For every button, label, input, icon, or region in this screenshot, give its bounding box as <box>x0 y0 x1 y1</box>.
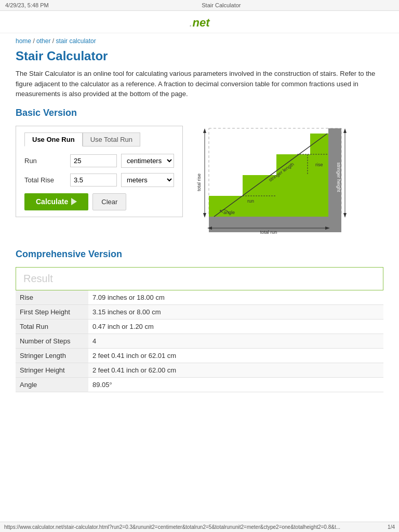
result-label-cell: Stringer Height <box>16 363 88 377</box>
tab-one-run[interactable]: Use One Run <box>24 132 83 147</box>
result-box: Result <box>16 267 383 290</box>
calculator-box: Use One Run Use Total Run Run centimeter… <box>16 126 183 217</box>
result-label-cell: Stringer Length <box>16 348 88 363</box>
main-content: home / other / stair calculator Stair Ca… <box>7 33 392 403</box>
breadcrumb-home[interactable]: home <box>16 37 31 45</box>
tab-row: Use One Run Use Total Run <box>24 132 174 147</box>
run-unit-select[interactable]: centimeters inches feet meters <box>121 154 174 168</box>
comprehensive-section: Comprehensive Version Result Rise 7.09 i… <box>16 249 383 392</box>
result-value-cell: 2 feet 0.41 inch or 62.00 cm <box>88 363 383 377</box>
logo-net: net <box>193 16 210 29</box>
rise-input-row: Total Rise centimeters inches feet meter… <box>24 173 174 187</box>
result-label-cell: Number of Steps <box>16 334 88 348</box>
datetime: 4/29/23, 5:48 PM <box>5 2 49 8</box>
result-value-cell: 7.09 inches or 18.00 cm <box>88 290 383 305</box>
run-input-row: Run centimeters inches feet meters <box>24 154 174 168</box>
result-label-cell: Total Run <box>16 319 88 334</box>
page-description: The Stair Calculator is an online tool f… <box>16 69 383 99</box>
rise-unit-select[interactable]: centimeters inches feet meters <box>121 173 174 187</box>
table-row: Angle 89.05° <box>16 377 383 392</box>
svg-text:↖: ↖ <box>219 208 223 214</box>
result-value-cell: 4 <box>88 334 383 348</box>
svg-text:rise: rise <box>315 162 323 167</box>
svg-text:total run: total run <box>260 230 277 235</box>
result-label-cell: Rise <box>16 290 88 305</box>
comprehensive-version-title: Comprehensive Version <box>16 249 383 262</box>
result-value-cell: 2 feet 0.41 inch or 62.01 cm <box>88 348 383 363</box>
play-icon <box>71 198 77 205</box>
table-row: Rise 7.09 inches or 18.00 cm <box>16 290 383 305</box>
basic-version-layout: Use One Run Use Total Run Run centimeter… <box>16 126 383 236</box>
basic-version-title: Basic Version <box>16 108 383 121</box>
result-value-cell: 0.47 inch or 1.20 cm <box>88 319 383 334</box>
svg-text:stringer height: stringer height <box>336 162 341 192</box>
breadcrumb-other[interactable]: other <box>36 37 50 45</box>
table-row: Total Run 0.47 inch or 1.20 cm <box>16 319 383 334</box>
result-label-cell: First Step Height <box>16 304 88 319</box>
tab-title: Stair Calculator <box>49 2 394 8</box>
clear-button[interactable]: Clear <box>92 193 126 210</box>
svg-text:run: run <box>247 198 254 204</box>
svg-text:total rise: total rise <box>196 173 202 191</box>
stair-diagram: total rise stringer height total run ris… <box>193 126 383 236</box>
rise-input[interactable] <box>70 174 117 187</box>
calculate-button[interactable]: Calculate <box>24 193 88 210</box>
result-value-cell: 89.05° <box>88 377 383 392</box>
rise-label: Total Rise <box>24 176 66 184</box>
run-label: Run <box>24 157 66 165</box>
breadcrumb: home / other / stair calculator <box>16 37 383 45</box>
top-bar: 4/29/23, 5:48 PM Stair Calculator <box>0 0 399 11</box>
table-row: Number of Steps 4 <box>16 334 383 348</box>
table-row: Stringer Length 2 feet 0.41 inch or 62.0… <box>16 348 383 363</box>
page-title: Stair Calculator <box>16 49 383 63</box>
tab-total-run[interactable]: Use Total Run <box>83 132 140 147</box>
button-row: Calculate Clear <box>24 193 174 210</box>
logo-area: .net <box>0 11 399 33</box>
stair-svg: total rise stringer height total run ris… <box>193 126 354 235</box>
calculate-label: Calculate <box>36 197 68 206</box>
svg-rect-7 <box>310 134 328 217</box>
table-row: Stringer Height 2 feet 0.41 inch or 62.0… <box>16 363 383 377</box>
result-value-cell: 3.15 inches or 8.00 cm <box>88 304 383 319</box>
results-table: Rise 7.09 inches or 18.00 cm First Step … <box>16 290 383 392</box>
results-tbody: Rise 7.09 inches or 18.00 cm First Step … <box>16 290 383 392</box>
run-input[interactable] <box>70 154 117 167</box>
result-label-cell: Angle <box>16 377 88 392</box>
table-row: First Step Height 3.15 inches or 8.00 cm <box>16 304 383 319</box>
result-placeholder: Result <box>23 273 53 284</box>
breadcrumb-current[interactable]: stair calculator <box>56 37 96 45</box>
